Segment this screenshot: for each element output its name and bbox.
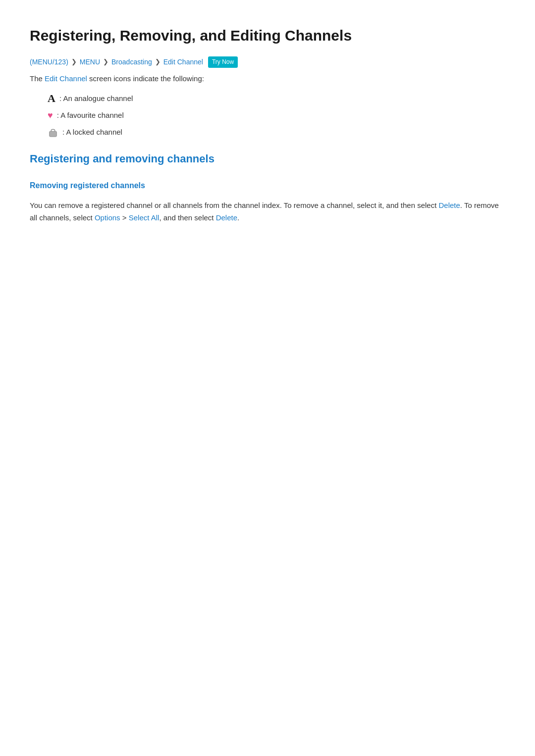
intro-text-after: screen icons indicate the following:: [87, 74, 204, 83]
section-registering-removing-title: Registering and removing channels: [30, 150, 505, 167]
select-all-link[interactable]: Select All: [129, 213, 160, 222]
body-text-part-9: .: [237, 213, 239, 222]
breadcrumb-separator-3: ❯: [155, 57, 160, 67]
svg-rect-0: [50, 131, 57, 137]
delete-link-1[interactable]: Delete: [439, 201, 460, 209]
intro-edit-channel-link[interactable]: Edit Channel: [45, 74, 87, 83]
body-text-part-7: , and then select: [159, 213, 215, 222]
favourite-description: : A favourite channel: [57, 109, 124, 121]
removing-registered-body: You can remove a registered channel or a…: [30, 199, 505, 224]
body-text-part-5: >: [120, 213, 129, 222]
body-text-part-1: You can remove a registered channel or a…: [30, 201, 439, 209]
breadcrumb-broadcasting[interactable]: Broadcasting: [111, 56, 152, 67]
lock-icon: [48, 127, 58, 138]
analogue-description: : An analogue channel: [59, 93, 133, 104]
breadcrumb-menu[interactable]: MENU: [80, 56, 100, 67]
try-now-badge[interactable]: Try Now: [208, 56, 238, 68]
list-item-favourite: ♥ : A favourite channel: [48, 109, 505, 121]
analogue-icon: A: [48, 93, 55, 104]
list-item-locked: : A locked channel: [48, 126, 505, 138]
delete-link-2[interactable]: Delete: [216, 213, 237, 222]
breadcrumb-edit-channel[interactable]: Edit Channel: [163, 56, 203, 67]
breadcrumb-separator-1: ❯: [71, 57, 77, 67]
page-title: Registering, Removing, and Editing Chann…: [30, 24, 505, 48]
locked-description: : A locked channel: [62, 126, 122, 138]
breadcrumb-menu123[interactable]: (MENU/123): [30, 56, 68, 67]
heart-icon: ♥: [48, 111, 53, 120]
intro-text-before: The: [30, 74, 45, 83]
subsection-removing-registered-title: Removing registered channels: [30, 179, 505, 192]
breadcrumb: (MENU/123) ❯ MENU ❯ Broadcasting ❯ Edit …: [30, 56, 505, 68]
breadcrumb-separator-2: ❯: [103, 57, 108, 67]
icon-list: A : An analogue channel ♥ : A favourite …: [30, 93, 505, 138]
options-link[interactable]: Options: [95, 213, 120, 222]
intro-paragraph: The Edit Channel screen icons indicate t…: [30, 73, 505, 85]
list-item-analogue: A : An analogue channel: [48, 93, 505, 104]
